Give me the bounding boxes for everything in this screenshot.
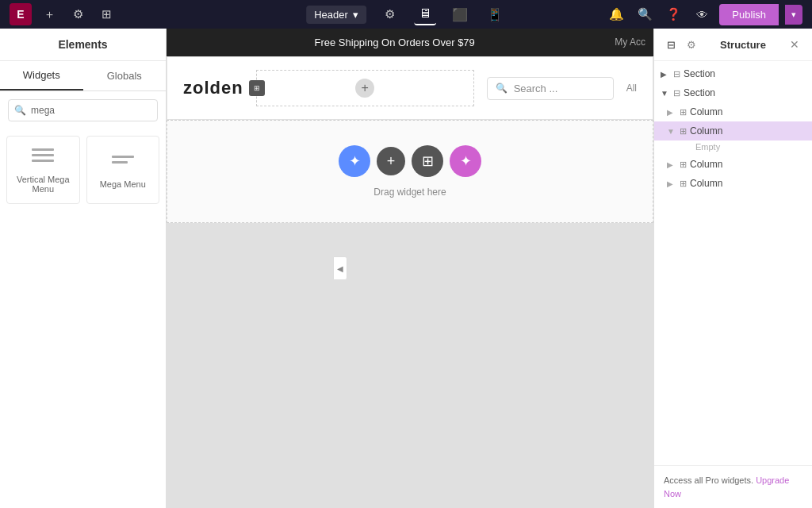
publish-dropdown-button[interactable]: ▾ (785, 5, 802, 25)
announcement-bar[interactable]: Free Shipping On Orders Over $79 My Acc (167, 29, 653, 56)
column-4-icon: ⊞ (680, 179, 687, 189)
desktop-device-button[interactable]: 🖥 (414, 3, 436, 25)
tree-item-column-3[interactable]: ▶ ⊞ Column (654, 155, 812, 174)
panel-title: Elements (0, 29, 166, 61)
right-panel-footer: Access all Pro widgets. Upgrade Now (654, 465, 812, 508)
svg-rect-4 (112, 161, 128, 164)
column-2-icon: ⊞ (680, 126, 687, 137)
mega-menu-icon (110, 151, 136, 175)
mega-menu-widget[interactable]: Mega Menu (86, 136, 160, 204)
panel-collapse-button[interactable]: ◀ (333, 256, 347, 280)
header-section: zolden ⊞ + 🔍 Search ... All (167, 56, 653, 120)
section-2-label: Section (684, 87, 715, 98)
announcement-text: Free Shipping On Orders Over $79 (315, 37, 475, 48)
footer-text: Access all Pro widgets. (664, 475, 756, 485)
settings-button[interactable]: ⚙ (67, 3, 89, 25)
svg-rect-1 (32, 154, 54, 156)
tab-widgets[interactable]: Widgets (0, 61, 83, 90)
header-search-bar[interactable]: 🔍 Search ... (487, 77, 614, 100)
publish-button[interactable]: Publish (719, 4, 779, 25)
tablet-device-button[interactable]: ⬛ (449, 3, 471, 25)
tree-item-column-1[interactable]: ▶ ⊞ Column (654, 102, 812, 121)
canvas: Free Shipping On Orders Over $79 My Acc … (167, 29, 653, 508)
structure-tree: ▶ ⊟ Section ▼ ⊟ Section ▶ ⊞ Column ▼ ⊞ C… (654, 61, 812, 465)
right-panel: ⊟ ⚙ Structure ✕ ▶ ⊟ Section ▼ ⊟ Section … (653, 29, 812, 508)
vertical-mega-menu-label: Vertical Mega Menu (13, 175, 73, 194)
tree-item-section-2[interactable]: ▼ ⊟ Section (654, 83, 812, 102)
chevron-right-icon: ▶ (667, 108, 676, 117)
section-1-label: Section (684, 68, 715, 79)
svg-rect-2 (32, 160, 54, 162)
folder-icon-circle[interactable]: ⊞ (412, 145, 443, 177)
announcement-right: My Acc (615, 37, 645, 48)
right-panel-close-button[interactable]: ✕ (787, 37, 802, 52)
chevron-down-icon: ▼ (667, 127, 676, 136)
column-1-icon: ⊞ (680, 107, 687, 117)
add-widget-to-column-button[interactable]: + (355, 79, 374, 98)
panel-tabs: Widgets Globals (0, 61, 166, 91)
left-panel: Elements Widgets Globals 🔍 Vertical Mega… (0, 29, 167, 508)
column-4-label: Column (690, 178, 722, 189)
widgets-grid: Vertical Mega Menu Mega Menu (0, 129, 166, 210)
plus-icon-circle[interactable]: + (377, 147, 405, 175)
topbar: E ＋ ⚙ ⊞ Header ▾ ⚙ 🖥 ⬛ 📱 🔔 🔍 ❓ 👁 Publish… (0, 0, 812, 29)
help-button[interactable]: ❓ (662, 3, 684, 25)
tab-globals[interactable]: Globals (83, 61, 167, 90)
search-button[interactable]: 🔍 (634, 3, 656, 25)
tree-item-section-1[interactable]: ▶ ⊟ Section (654, 64, 812, 83)
search-icon: 🔍 (14, 105, 26, 116)
chevron-right-icon: ▶ (661, 70, 670, 79)
section-icon: ⊟ (673, 69, 680, 79)
header-context-dropdown[interactable]: Header ▾ (306, 6, 366, 24)
column-2-empty-label: Empty (654, 140, 812, 155)
column-2-label: Column (690, 125, 722, 137)
cursor-icon-circle[interactable]: ✦ (339, 145, 370, 177)
page-settings-button[interactable]: ⚙ (379, 3, 401, 25)
chevron-down-icon: ▼ (661, 89, 670, 98)
chevron-right-icon: ▶ (667, 160, 676, 169)
tree-item-column-4[interactable]: ▶ ⊞ Column (654, 174, 812, 193)
svg-rect-0 (32, 148, 54, 151)
column-3-icon: ⊞ (680, 160, 687, 170)
search-bar-placeholder: Search ... (514, 83, 558, 94)
site-logo: zolden (183, 78, 243, 98)
main-area: Elements Widgets Globals 🔍 Vertical Mega… (0, 29, 812, 508)
vertical-mega-menu-icon (30, 146, 56, 170)
section-2-icon: ⊟ (673, 88, 680, 98)
drag-widget-label: Drag widget here (373, 187, 446, 198)
tree-item-column-2[interactable]: ▼ ⊞ Column (654, 121, 812, 140)
column-handle-icon[interactable]: ⊞ (249, 80, 265, 96)
column-3-label: Column (690, 159, 722, 170)
widget-search-input[interactable] (8, 99, 158, 121)
chevron-down-icon: ▾ (353, 9, 358, 21)
vertical-mega-menu-widget[interactable]: Vertical Mega Menu (6, 136, 80, 204)
chevron-right-icon: ▶ (667, 179, 676, 188)
add-new-button[interactable]: ＋ (38, 3, 60, 25)
history-button[interactable]: ⊞ (95, 3, 117, 25)
column-1-label: Column (690, 106, 722, 117)
empty-section[interactable]: ✦ + ⊞ ✦ Drag widget here (167, 120, 653, 223)
widget-search-box: 🔍 (8, 99, 158, 121)
all-label: All (626, 83, 637, 94)
elementor-logo: E (10, 3, 32, 25)
right-panel-header: ⊟ ⚙ Structure ✕ (654, 29, 812, 61)
mega-menu-label: Mega Menu (100, 179, 146, 189)
right-panel-title: Structure (720, 39, 766, 51)
notifications-button[interactable]: 🔔 (605, 3, 627, 25)
structure-layers-tab[interactable]: ⊟ (664, 37, 679, 52)
preview-button[interactable]: 👁 (691, 3, 713, 25)
sparkle-icon-circle[interactable]: ✦ (450, 145, 481, 177)
mobile-device-button[interactable]: 📱 (484, 3, 506, 25)
drag-widget-icons: ✦ + ⊞ ✦ (339, 145, 481, 177)
search-bar-icon: 🔍 (496, 83, 508, 94)
structure-settings-tab[interactable]: ⚙ (684, 37, 699, 52)
svg-rect-3 (112, 156, 134, 158)
